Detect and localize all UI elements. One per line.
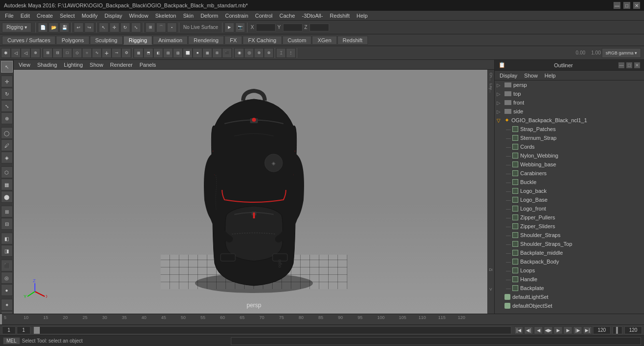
vp-menu-lighting[interactable]: Lighting [61,61,86,68]
menu-display[interactable]: Display [102,12,125,19]
tab-fx[interactable]: FX [224,36,242,45]
mel-input[interactable] [231,337,641,345]
tab-curves-surfaces[interactable]: Curves / Surfaces [2,36,56,45]
pb-play-forward[interactable]: ▶ [554,326,562,334]
x-coord[interactable] [256,24,276,31]
tab-sculpting[interactable]: Sculpting [90,36,123,45]
toolbar-select[interactable]: ↖ [99,23,109,32]
tool-ik[interactable]: ⊞ [43,48,53,58]
toolbar-render[interactable]: ▶ [224,23,234,32]
outliner-menu-show[interactable]: Show [521,72,541,79]
outliner-item-backpack-body[interactable]: — Backpack_Body [495,257,644,266]
tab-custom[interactable]: Custom [282,36,312,45]
tool-display4[interactable]: ▤ [163,48,173,58]
toolbar-new[interactable]: 📄 [38,23,48,32]
tab-redshift[interactable]: Redshift [337,36,368,45]
outliner-item-zipper-sliders[interactable]: — Zipper_Sliders [495,222,644,231]
range-handle[interactable] [34,327,40,334]
outliner-item-carabiners[interactable]: — Carabiners [495,169,644,178]
tool-misc2[interactable]: ◧ [1,233,13,244]
tool-chain[interactable]: ⊸ [112,48,121,58]
tool-select[interactable]: ↖ [1,61,13,73]
tool-snap2[interactable]: ⋮ [286,48,296,58]
outliner-item-cords[interactable]: — Cords [495,142,644,151]
pb-prev-key[interactable]: ◀| [524,326,533,334]
menu-create[interactable]: Create [34,12,56,19]
tool-display2[interactable]: ⬒ [143,48,153,58]
current-frame-input[interactable]: 1 [17,326,30,334]
tool-move-left[interactable]: ✛ [1,76,13,87]
vp-menu-renderer[interactable]: Renderer [107,61,136,68]
tool-deform[interactable]: ○ [82,48,92,58]
y-coord[interactable] [283,24,303,31]
tab-animation[interactable]: Animation [153,36,188,45]
tool-paint[interactable]: ◁ [21,48,30,58]
outliner-item-zipper-pullers[interactable]: — Zipper_Pullers [495,213,644,222]
tool-joint[interactable]: ⊕ [30,48,40,58]
outliner-item-default-light-set[interactable]: defaultLightSet [495,293,644,301]
tool-snap1[interactable]: ⌶ [276,48,286,58]
outliner-item-side[interactable]: ▷ side [495,107,644,116]
z-coord[interactable] [309,24,329,31]
toolbar-scale[interactable]: ⤡ [131,23,141,32]
tool-snap[interactable]: ⊞ [1,206,13,217]
menu-edit[interactable]: Edit [18,12,33,19]
menu-skeleton[interactable]: Skeleton [152,12,179,19]
tool-render2[interactable]: ◎ [244,48,254,58]
toolbar-undo[interactable]: ↩ [74,23,84,32]
tool-ik2[interactable]: ⊟ [53,48,62,58]
outliner-item-logo-base[interactable]: — Logo_Base [495,195,644,204]
outliner-item-backplate-middle[interactable]: — Backplate_middle [495,248,644,257]
tab-xgen[interactable]: XGen [312,36,336,45]
pb-next-key[interactable]: |▶ [573,326,582,334]
vp-menu-panels[interactable]: Panels [137,61,159,68]
outliner-maximize[interactable]: □ [626,62,632,68]
tool-lasso-left[interactable]: ⬡ [1,166,13,178]
toolbar-camera[interactable]: 📷 [235,23,245,32]
timeline-range-slider[interactable] [33,326,511,334]
toolbar-rotate[interactable]: ↻ [120,23,130,32]
tool-measure[interactable]: ⬤ [1,191,13,203]
tool-arrow[interactable]: ✱ [1,48,11,58]
tab-rigging[interactable]: Rigging [123,36,152,45]
tool-render3[interactable]: ⊛ [254,48,264,58]
outliner-item-default-object-set[interactable]: defaultObjectSet [495,301,644,310]
tool-paint2[interactable]: 🖊 [1,139,13,151]
tool-display9[interactable]: ⊞ [212,48,222,58]
outliner-item-loops[interactable]: — Loops [495,266,644,275]
tool-display3[interactable]: ◧ [153,48,163,58]
outliner-item-top[interactable]: ▷ top [495,89,644,98]
tool-lasso[interactable]: ◁ [11,48,21,58]
tool-misc1[interactable]: ⊟ [1,218,13,230]
toolbar-snap-point[interactable]: • [167,23,177,32]
pb-goto-end[interactable]: ▶| [583,326,592,334]
pb-prev-frame[interactable]: ◀ [534,326,543,334]
range-start-input[interactable]: 1 [2,326,16,334]
outliner-close[interactable]: ✕ [634,62,640,68]
tool-display6[interactable]: ⬜ [183,48,193,58]
outliner-item-logo-back[interactable]: — Logo_back [495,186,644,195]
menu-constrain[interactable]: Constrain [222,12,251,19]
tool-misc5[interactable]: ◎ [1,272,13,284]
menu-help[interactable]: Help [354,12,371,19]
outliner-item-webbing-base[interactable]: — Webbing_base [495,160,644,169]
toolbar-move[interactable]: ✛ [110,23,119,32]
tool-misc4[interactable]: ⬛ [1,260,13,271]
menu-modify[interactable]: Modify [79,12,100,19]
tool-ffd[interactable]: □ [62,48,72,58]
menu-select[interactable]: Select [57,12,78,19]
outliner-item-sternum-strap[interactable]: — Sternum_Strap [495,133,644,142]
vp-menu-view[interactable]: View [16,61,33,68]
tool-render1[interactable]: ◉ [234,48,244,58]
tab-polygons[interactable]: Polygons [56,36,89,45]
close-button[interactable]: ✕ [633,2,640,9]
vp-menu-show[interactable]: Show [87,61,107,68]
tool-soft[interactable]: ◯ [1,127,13,139]
outliner-item-logo-front[interactable]: — Logo_front [495,204,644,213]
tool-display1[interactable]: ▦ [134,48,143,58]
gamma-selector[interactable]: sRGB gamma ▾ [602,48,641,58]
outliner-item-nylon-webbing[interactable]: — Nylon_Webbing [495,151,644,160]
tool-scale-left[interactable]: ⤡ [1,100,13,112]
tool-gear[interactable]: ⚙ [121,48,131,58]
outliner-item-buckle[interactable]: — Buckle [495,178,644,186]
